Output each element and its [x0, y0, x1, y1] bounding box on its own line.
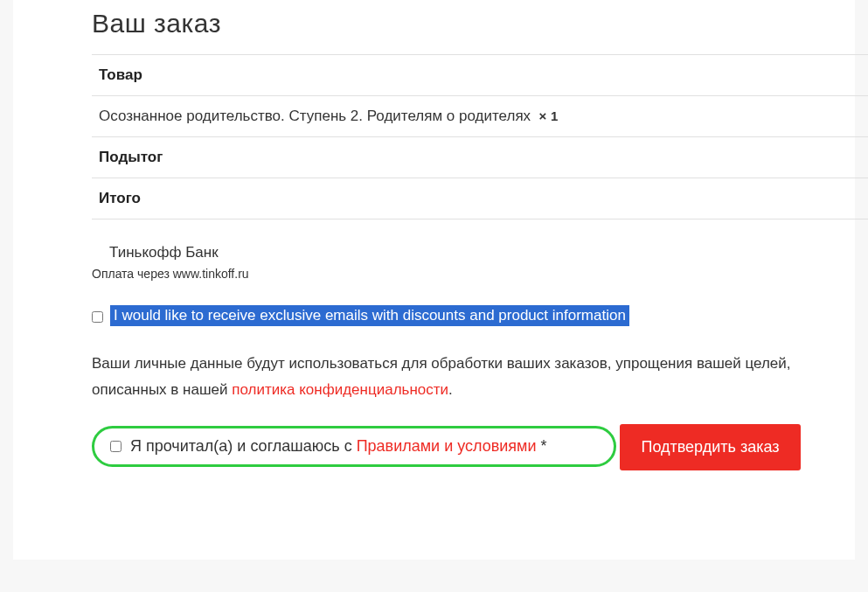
payment-method-name: Тинькофф Банк: [109, 244, 855, 261]
product-quantity: 1: [551, 108, 558, 123]
order-table: Товар Осознанное родительство. Ступень 2…: [92, 54, 868, 219]
terms-label: Я прочитал(а) и соглашаюсь с Правилами и…: [130, 437, 547, 456]
newsletter-checkbox[interactable]: [92, 311, 103, 323]
table-total-label: Итого: [92, 178, 868, 219]
order-review-panel: Ваш заказ Товар Осознанное родительство.…: [13, 0, 855, 560]
terms-text-before: Я прочитал(а) и соглашаюсь с: [130, 437, 357, 455]
table-subtotal-label: Подытог: [92, 137, 868, 178]
terms-checkbox[interactable]: [110, 441, 122, 452]
quantity-separator: ×: [539, 108, 547, 123]
terms-link[interactable]: Правилами и условиями: [357, 437, 537, 455]
privacy-text-after: .: [448, 381, 453, 398]
payment-method-note: Оплата через www.tinkoff.ru: [92, 267, 855, 281]
terms-required-star: *: [537, 437, 547, 455]
payment-section: Тинькофф Банк Оплата через www.tinkoff.r…: [92, 244, 855, 281]
table-header-product: Товар: [92, 54, 868, 96]
newsletter-checkbox-row: I would like to receive exclusive emails…: [92, 305, 855, 326]
terms-checkbox-row: Я прочитал(а) и соглашаюсь с Правилами и…: [92, 426, 616, 467]
product-name: Осознанное родительство. Ступень 2. Роди…: [99, 108, 531, 124]
newsletter-label: I would like to receive exclusive emails…: [110, 305, 629, 326]
table-row: Осознанное родительство. Ступень 2. Роди…: [92, 96, 868, 137]
privacy-policy-text: Ваши личные данные будут использоваться …: [92, 351, 855, 403]
privacy-policy-link[interactable]: политика конфиденциальности: [232, 381, 448, 398]
order-heading: Ваш заказ: [92, 9, 855, 38]
submit-order-button[interactable]: Подтвердить заказ: [620, 424, 800, 470]
